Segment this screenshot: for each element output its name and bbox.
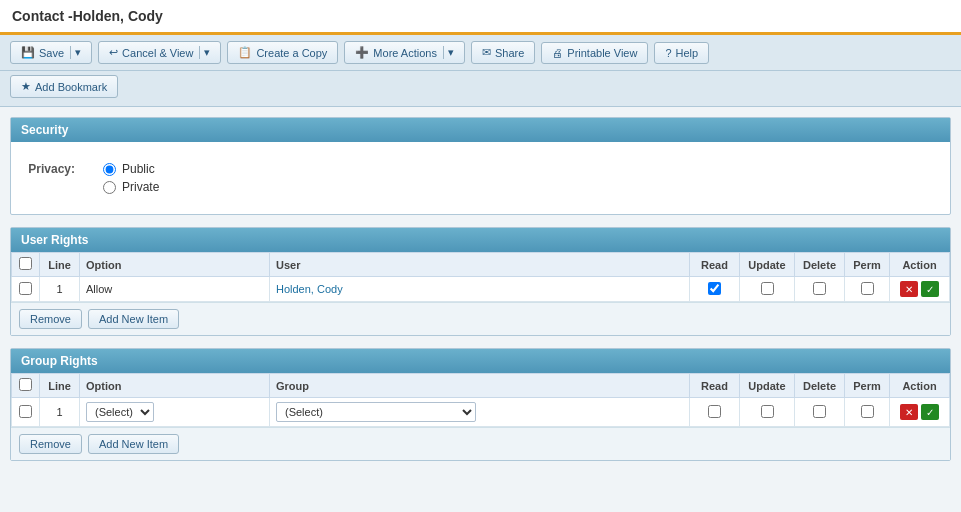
user-row-check-cell bbox=[12, 277, 40, 302]
save-arrow-icon[interactable]: ▾ bbox=[70, 46, 81, 59]
more-actions-arrow-icon[interactable]: ▾ bbox=[443, 46, 454, 59]
group-row-action-btns: ✕ ✓ bbox=[896, 404, 943, 420]
user-row-perm bbox=[845, 277, 890, 302]
user-row-checkbox[interactable] bbox=[19, 282, 32, 295]
security-header: Security bbox=[11, 118, 950, 142]
privacy-public-label: Public bbox=[122, 162, 155, 176]
group-row-delete-btn[interactable]: ✕ bbox=[900, 404, 918, 420]
privacy-label: Privacy: bbox=[23, 162, 83, 176]
user-rights-col-option: Option bbox=[80, 253, 270, 277]
user-row-read bbox=[690, 277, 740, 302]
user-rights-col-delete: Delete bbox=[795, 253, 845, 277]
group-row-check-cell bbox=[12, 398, 40, 427]
star-icon: ★ bbox=[21, 80, 31, 93]
user-row-add-btn[interactable]: ✓ bbox=[921, 281, 939, 297]
create-copy-button[interactable]: 📋 Create a Copy bbox=[227, 41, 338, 64]
table-row: 1 Allow Holden, Cody ✕ ✓ bbox=[12, 277, 950, 302]
group-update-checkbox[interactable] bbox=[761, 405, 774, 418]
user-rights-footer: Remove Add New Item bbox=[11, 302, 950, 335]
group-perm-checkbox[interactable] bbox=[861, 405, 874, 418]
save-icon: 💾 bbox=[21, 46, 35, 59]
cancel-icon: ↩ bbox=[109, 46, 118, 59]
group-row-delete bbox=[795, 398, 845, 427]
group-delete-checkbox[interactable] bbox=[813, 405, 826, 418]
user-row-option: Allow bbox=[80, 277, 270, 302]
group-rights-remove-button[interactable]: Remove bbox=[19, 434, 82, 454]
user-update-checkbox[interactable] bbox=[761, 282, 774, 295]
group-rights-header-row: Line Option Group Read Update Delete Per… bbox=[12, 374, 950, 398]
privacy-private-label: Private bbox=[122, 180, 159, 194]
group-rights-add-new-button[interactable]: Add New Item bbox=[88, 434, 179, 454]
user-rights-col-check bbox=[12, 253, 40, 277]
privacy-private-radio[interactable] bbox=[103, 181, 116, 194]
user-row-delete-btn[interactable]: ✕ bbox=[900, 281, 918, 297]
copy-icon: 📋 bbox=[238, 46, 252, 59]
group-rights-col-group: Group bbox=[270, 374, 690, 398]
user-row-user: Holden, Cody bbox=[270, 277, 690, 302]
table-row: 1 (Select) Allow Deny (Select) bbox=[12, 398, 950, 427]
user-rights-remove-button[interactable]: Remove bbox=[19, 309, 82, 329]
print-icon: 🖨 bbox=[552, 47, 563, 59]
printable-view-button[interactable]: 🖨 Printable View bbox=[541, 42, 648, 64]
title-bar: Contact - Holden, Cody bbox=[0, 0, 961, 35]
more-actions-icon: ➕ bbox=[355, 46, 369, 59]
group-rights-col-option: Option bbox=[80, 374, 270, 398]
share-icon: ✉ bbox=[482, 46, 491, 59]
group-rights-footer: Remove Add New Item bbox=[11, 427, 950, 460]
share-button[interactable]: ✉ Share bbox=[471, 41, 535, 64]
group-row-checkbox[interactable] bbox=[19, 405, 32, 418]
user-link[interactable]: Holden, Cody bbox=[276, 283, 343, 295]
group-rights-select-all[interactable] bbox=[19, 378, 32, 391]
group-rights-table-wrapper: Line Option Group Read Update Delete Per… bbox=[11, 373, 950, 427]
user-rights-select-all[interactable] bbox=[19, 257, 32, 270]
add-bookmark-button[interactable]: ★ Add Bookmark bbox=[10, 75, 118, 98]
bookmark-bar: ★ Add Bookmark bbox=[0, 71, 961, 107]
user-rights-col-action: Action bbox=[890, 253, 950, 277]
more-actions-button[interactable]: ➕ More Actions ▾ bbox=[344, 41, 465, 64]
group-row-line: 1 bbox=[40, 398, 80, 427]
group-row-add-btn[interactable]: ✓ bbox=[921, 404, 939, 420]
group-row-read bbox=[690, 398, 740, 427]
cancel-view-button[interactable]: ↩ Cancel & View ▾ bbox=[98, 41, 221, 64]
cancel-arrow-icon[interactable]: ▾ bbox=[199, 46, 210, 59]
group-rights-col-delete: Delete bbox=[795, 374, 845, 398]
user-row-line: 1 bbox=[40, 277, 80, 302]
group-row-option: (Select) Allow Deny bbox=[80, 398, 270, 427]
user-row-update bbox=[740, 277, 795, 302]
privacy-private-option[interactable]: Private bbox=[103, 180, 159, 194]
user-row-action: ✕ ✓ bbox=[890, 277, 950, 302]
user-rights-col-user: User bbox=[270, 253, 690, 277]
group-option-select[interactable]: (Select) Allow Deny bbox=[86, 402, 154, 422]
user-rights-section: User Rights Line Option User Read Update… bbox=[10, 227, 951, 336]
help-button[interactable]: ? Help bbox=[654, 42, 709, 64]
group-rights-col-action: Action bbox=[890, 374, 950, 398]
toolbar: 💾 Save ▾ ↩ Cancel & View ▾ 📋 Create a Co… bbox=[0, 35, 961, 71]
privacy-row: Privacy: Public Private bbox=[23, 154, 938, 202]
user-rights-add-new-button[interactable]: Add New Item bbox=[88, 309, 179, 329]
group-read-checkbox[interactable] bbox=[708, 405, 721, 418]
user-rights-col-line: Line bbox=[40, 253, 80, 277]
user-rights-header: User Rights bbox=[11, 228, 950, 252]
group-rights-header: Group Rights bbox=[11, 349, 950, 373]
group-row-update bbox=[740, 398, 795, 427]
privacy-public-radio[interactable] bbox=[103, 163, 116, 176]
security-body: Privacy: Public Private bbox=[11, 142, 950, 214]
help-icon: ? bbox=[665, 47, 671, 59]
user-delete-checkbox[interactable] bbox=[813, 282, 826, 295]
group-group-select[interactable]: (Select) bbox=[276, 402, 476, 422]
user-read-checkbox[interactable] bbox=[708, 282, 721, 295]
user-perm-checkbox[interactable] bbox=[861, 282, 874, 295]
main-content: Security Privacy: Public Private bbox=[0, 107, 961, 483]
group-rights-table: Line Option Group Read Update Delete Per… bbox=[11, 373, 950, 427]
user-rights-header-row: Line Option User Read Update Delete Perm… bbox=[12, 253, 950, 277]
group-rights-col-line: Line bbox=[40, 374, 80, 398]
group-rights-col-check bbox=[12, 374, 40, 398]
save-button[interactable]: 💾 Save ▾ bbox=[10, 41, 92, 64]
privacy-public-option[interactable]: Public bbox=[103, 162, 159, 176]
group-rights-col-update: Update bbox=[740, 374, 795, 398]
group-rights-col-read: Read bbox=[690, 374, 740, 398]
group-rights-col-perm: Perm bbox=[845, 374, 890, 398]
title-prefix: Contact - bbox=[12, 8, 73, 24]
user-rights-col-read: Read bbox=[690, 253, 740, 277]
user-rights-table: Line Option User Read Update Delete Perm… bbox=[11, 252, 950, 302]
